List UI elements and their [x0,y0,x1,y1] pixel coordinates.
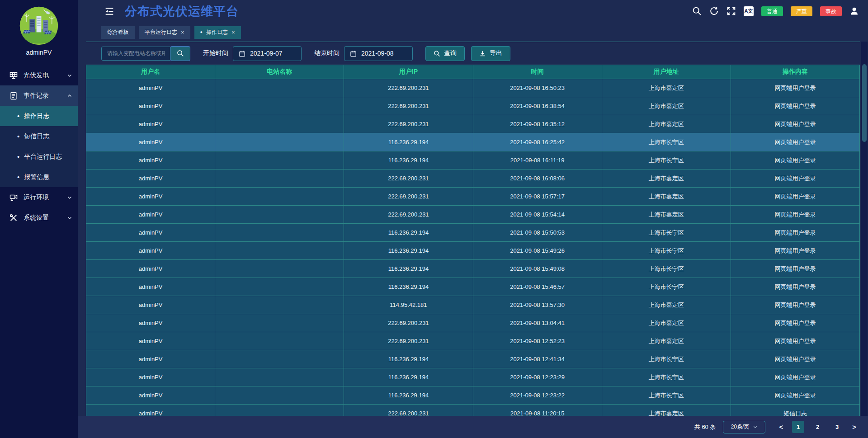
table-cell: 222.69.200.231 [344,115,473,133]
user-icon[interactable] [849,6,859,16]
table-cell: 上海市长宁区 [602,368,731,386]
severity-badges: 普通严重事故 [761,6,842,16]
scrollbar-thumb[interactable] [862,64,867,142]
end-date-value: 2021-09-08 [361,50,394,57]
operation-log-table: 用户名电站名称用户IP时间用户地址操作内容 adminPV222.69.200.… [86,65,860,416]
table-cell: 上海市长宁区 [602,133,731,151]
table-row[interactable]: adminPV116.236.29.1942021-09-08 16:11:19… [86,151,860,170]
table-cell: adminPV [86,296,215,314]
table-cell: 网页端用户登录 [731,79,860,97]
table-row[interactable]: adminPV222.69.200.2312021-09-08 13:04:41… [86,314,860,332]
table-cell: 116.236.29.194 [344,278,473,296]
query-button[interactable]: 查询 [425,46,465,61]
column-header: 电站名称 [215,65,344,79]
calendar-icon [350,50,357,57]
tab-platform-run-log[interactable]: 平台运行日志× [139,26,190,39]
scrollbar-track[interactable] [861,42,868,416]
table-cell: 上海市长宁区 [602,386,731,405]
page-2-button[interactable]: 2 [811,421,824,433]
table-row[interactable]: adminPV116.236.29.1942021-09-08 15:50:53… [86,224,860,242]
table-row[interactable]: adminPV222.69.200.2312021-09-08 15:57:17… [86,188,860,206]
table-cell: 222.69.200.231 [344,188,473,206]
table-cell: 网页端用户登录 [731,151,860,170]
username: adminPV [0,49,78,56]
table-cell: 上海市嘉定区 [602,170,731,188]
table-row[interactable]: adminPV116.236.29.1942021-09-08 15:49:08… [86,260,860,278]
close-icon[interactable]: × [181,29,184,35]
table-row[interactable]: adminPV116.236.29.1942021-09-08 12:23:22… [86,386,860,405]
sidebar-item-system-settings[interactable]: 系统设置 [0,207,78,228]
table-cell: 上海市长宁区 [602,224,731,242]
export-button[interactable]: 导出 [471,46,510,61]
table-row[interactable]: adminPV114.95.42.1812021-09-08 13:57:30上… [86,296,860,314]
table-cell: 2021-09-08 15:46:57 [473,278,602,296]
bullet-icon: • [17,133,19,140]
bullet-icon: • [17,113,19,119]
sidebar-item-platform-run-log[interactable]: •平台运行日志 [0,146,78,167]
table-row[interactable]: adminPV222.69.200.2312021-09-08 16:50:23… [86,79,860,97]
search-input[interactable] [101,47,170,61]
tab-label: 综合看板 [107,28,129,36]
search-icon[interactable] [692,6,702,16]
table-row[interactable]: adminPV116.236.29.1942021-09-08 15:49:26… [86,242,860,260]
search-icon [434,50,440,57]
table-cell [215,368,344,386]
table-cell: 上海市长宁区 [602,242,731,260]
sidebar-item-sms-log[interactable]: •短信日志 [0,126,78,146]
table-row[interactable]: adminPV116.236.29.1942021-09-08 16:25:42… [86,133,860,151]
table-cell: 上海市嘉定区 [602,115,731,133]
table-cell: 222.69.200.231 [344,206,473,224]
table-cell: 2021-09-08 15:57:17 [473,188,602,206]
tab-operation-log[interactable]: ●操作日志× [194,26,241,39]
sidebar-item-event-record[interactable]: 事件记录 [0,85,78,106]
table-row[interactable]: adminPV222.69.200.2312021-09-08 16:35:12… [86,115,860,133]
next-page-button[interactable]: > [850,423,858,431]
table-cell: 116.236.29.194 [344,151,473,170]
badge-accident[interactable]: 事故 [820,6,842,16]
table-cell: adminPV [86,405,215,416]
collapse-menu-icon[interactable] [104,7,115,16]
table-row[interactable]: adminPV116.236.29.1942021-09-08 15:46:57… [86,278,860,296]
sidebar-item-alarm-info[interactable]: •报警信息 [0,167,78,187]
prev-page-button[interactable]: < [777,423,785,431]
table-cell: adminPV [86,242,215,260]
table-cell: 222.69.200.231 [344,314,473,332]
sidebar-item-operation-log[interactable]: •操作日志 [0,106,78,126]
table-row[interactable]: adminPV222.69.200.2312021-09-08 16:38:54… [86,97,860,115]
badge-normal[interactable]: 普通 [761,6,783,16]
translate-icon[interactable]: A文 [744,6,754,16]
table-cell: 网页端用户登录 [731,314,860,332]
close-icon[interactable]: × [231,29,235,35]
table-row[interactable]: adminPV116.236.29.1942021-09-08 12:41:34… [86,350,860,368]
table-row[interactable]: adminPV222.69.200.2312021-09-08 11:20:15… [86,405,860,416]
end-time-label: 结束时间 [314,49,340,57]
table-cell: 网页端用户登录 [731,260,860,278]
refresh-icon[interactable] [709,6,719,16]
table-body: adminPV222.69.200.2312021-09-08 16:50:23… [86,79,860,416]
table-cell [215,97,344,115]
table-cell: 网页端用户登录 [731,224,860,242]
table-row[interactable]: adminPV222.69.200.2312021-09-08 16:08:06… [86,170,860,188]
table-row[interactable]: adminPV222.69.200.2312021-09-08 12:52:23… [86,332,860,350]
badge-serious[interactable]: 严重 [791,6,812,16]
start-date-picker[interactable]: 2021-09-07 [233,46,302,61]
sidebar-item-pv-generation[interactable]: 光伏发电 [0,65,78,85]
table-cell: adminPV [86,188,215,206]
page-3-button[interactable]: 3 [831,421,843,433]
table-cell: 短信日志 [731,405,860,416]
table-row[interactable]: adminPV116.236.29.1942021-09-08 12:23:29… [86,368,860,386]
table-cell: 2021-09-08 15:54:14 [473,206,602,224]
end-date-picker[interactable]: 2021-09-08 [344,46,413,61]
page-1-button[interactable]: 1 [792,421,804,433]
start-date-value: 2021-09-07 [250,50,283,57]
page-size-select[interactable]: 20条/页 [723,421,765,433]
fullscreen-icon[interactable] [726,6,736,16]
topbar-actions: A文 普通严重事故 [692,6,861,16]
search-button[interactable] [170,46,190,61]
sidebar-item-run-env[interactable]: 运行环境 [0,187,78,207]
table-row[interactable]: adminPV222.69.200.2312021-09-08 15:54:14… [86,206,860,224]
table-cell [215,386,344,405]
active-tab-dot-icon: ● [200,30,203,34]
tab-dashboard[interactable]: 综合看板 [101,26,135,39]
table-cell: 网页端用户登录 [731,296,860,314]
